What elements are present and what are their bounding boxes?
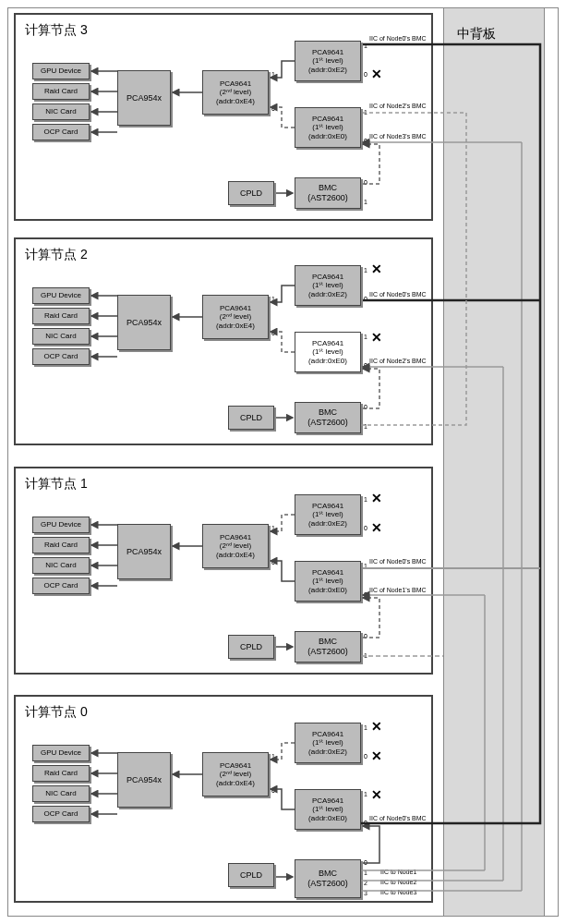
- node-wiring: [16, 239, 435, 447]
- compute-node-1: 计算节点 1 GPU Device Raid Card NIC Card OCP…: [14, 467, 433, 675]
- compute-node-3: 计算节点 3 GPU Device Raid Card NIC Card OCP…: [14, 13, 433, 221]
- node-wiring: [16, 15, 435, 223]
- compute-node-0: 计算节点 0 GPU Device Raid Card NIC Card OCP…: [14, 695, 433, 903]
- node-wiring: [16, 468, 435, 676]
- node-wiring: [16, 697, 435, 905]
- compute-node-2: 计算节点 2 GPU Device Raid Card NIC Card OCP…: [14, 237, 433, 445]
